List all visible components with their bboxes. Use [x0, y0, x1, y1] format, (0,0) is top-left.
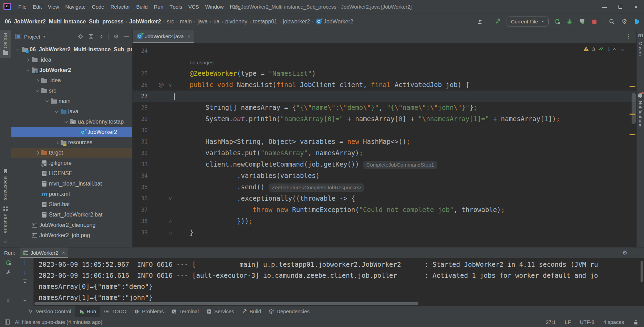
menu-refactor[interactable]: Refactor	[107, 0, 133, 13]
toolwindow-button-terminal[interactable]: Terminal	[168, 306, 203, 317]
tree-right-chevron-icon[interactable]	[53, 141, 60, 144]
indent-size[interactable]: 4 spaces	[603, 319, 624, 325]
tree-down-chevron-icon[interactable]	[53, 111, 60, 112]
fold-gutter-icon[interactable]: ∨	[168, 82, 172, 87]
more-actions-icon[interactable]: »	[7, 295, 10, 306]
tree-item-jobworker2-job-png[interactable]: JobWorker2_job.png	[11, 230, 132, 241]
toolwindow-button-services[interactable]: Services	[202, 306, 238, 317]
toolwindow-button-version-control[interactable]: Version Control	[24, 306, 75, 317]
run-configuration-select[interactable]: Current File	[507, 17, 549, 27]
project-view-dropdown-icon[interactable]	[43, 36, 46, 38]
rerun-button[interactable]	[6, 260, 11, 266]
stripe-button-structure[interactable]: Structure	[0, 203, 11, 236]
up-the-stack-trace-icon[interactable]: ↑	[23, 260, 27, 266]
code-line-29[interactable]: 29 System.out.println("namesArray[0]=" +…	[133, 113, 636, 125]
code-line-34[interactable]: 34 .variables(variables)	[133, 170, 636, 181]
next-problem-icon[interactable]	[621, 47, 624, 51]
ide-gradient-icon[interactable]	[633, 18, 641, 25]
minimize-button[interactable]: —	[596, 0, 612, 13]
build-hammer-icon[interactable]	[494, 18, 502, 25]
stripe-button-bookmarks[interactable]: Bookmarks	[0, 166, 11, 203]
menu-view[interactable]: View	[45, 0, 62, 13]
code-line-39[interactable]: 39⌂ }	[133, 227, 636, 238]
project-settings-gear-icon[interactable]: ⚙	[113, 33, 119, 40]
fold-gutter-icon[interactable]: ⌂	[169, 230, 172, 235]
tree-item-mvn-clean-install-bat[interactable]: mvn_clean_install.bat	[11, 179, 132, 189]
breadcrumb-item[interactable]: CJobWorker2	[316, 19, 353, 25]
run-tab-close-icon[interactable]: ×	[62, 250, 65, 255]
tree-item--idea[interactable]: .idea	[11, 75, 132, 86]
stripe-button-project[interactable]: Project	[0, 30, 11, 58]
tree-down-chevron-icon[interactable]	[44, 101, 50, 102]
tree-item-src[interactable]: src	[11, 86, 132, 96]
code-line-27[interactable]: 27	[133, 91, 636, 102]
editor-tab-jobworker2[interactable]: C JobWorker2.java ×	[133, 30, 194, 43]
fold-gutter-icon[interactable]: ⌂	[169, 219, 172, 224]
breadcrumb-item[interactable]: java	[198, 19, 208, 25]
scroll-to-end-icon[interactable]	[22, 279, 28, 284]
tree-item-jobworker2[interactable]: JobWorker2	[11, 65, 132, 75]
toolwindow-button-todo[interactable]: TODO	[100, 306, 130, 317]
close-button[interactable]: ×	[628, 0, 644, 13]
editor-scrollbar[interactable]	[632, 93, 636, 124]
menu-edit[interactable]: Edit	[30, 0, 45, 13]
code-line-25[interactable]: 25 @ZeebeWorker(type = "NamesList")	[133, 68, 636, 79]
more-actions-icon[interactable]: »	[23, 295, 26, 306]
breadcrumb-item[interactable]: pivdenny	[225, 19, 247, 25]
notifications-bell-icon[interactable]	[638, 93, 643, 97]
code-with-me-icon[interactable]	[477, 18, 484, 25]
debug-button[interactable]	[566, 18, 573, 25]
collapse-all-icon[interactable]	[98, 33, 104, 40]
run-settings-wrench-icon[interactable]	[6, 270, 11, 275]
hide-panel-icon[interactable]: —	[123, 33, 129, 40]
locate-file-icon[interactable]	[77, 33, 84, 40]
console-horizontal-scrollbar[interactable]	[34, 302, 418, 305]
caret-position[interactable]: 27:1	[546, 319, 556, 325]
menu-code[interactable]: Code	[89, 0, 107, 13]
warning-stripe-mark[interactable]	[630, 134, 635, 135]
tree-down-chevron-icon[interactable]	[34, 90, 40, 92]
code-line-30[interactable]: 30	[133, 125, 636, 136]
stop-button[interactable]	[591, 18, 598, 25]
breadcrumb-item[interactable]: main	[180, 19, 192, 25]
toolwindow-button-run[interactable]: Run	[75, 306, 100, 317]
breadcrumb-item[interactable]: ua	[214, 19, 220, 25]
menu-build[interactable]: Build	[133, 0, 150, 13]
code-line-24[interactable]: 24	[133, 45, 636, 56]
code-line-28[interactable]: 28 String[] namesArray = {"{\"name\":\"d…	[133, 102, 636, 113]
stripe-label-notifications[interactable]: Notifications	[638, 101, 643, 127]
status-message[interactable]: All files are up-to-date (4 minutes ago)	[15, 319, 102, 325]
tree-right-chevron-icon[interactable]	[34, 152, 40, 154]
toolwindow-button-dependencies[interactable]: Dependencies	[265, 306, 313, 317]
hide-run-panel-icon[interactable]: —	[633, 250, 638, 256]
expand-all-icon[interactable]	[88, 33, 94, 40]
tree-item-java[interactable]: java	[11, 106, 132, 117]
tree-down-chevron-icon[interactable]	[15, 49, 21, 50]
breadcrumb-item[interactable]: testapp01	[253, 19, 277, 25]
profiler-button[interactable]	[578, 18, 586, 25]
tool-window-layout-icon[interactable]	[5, 319, 10, 325]
code-line-31[interactable]: 31 HashMap<String, Object> variables = n…	[133, 136, 636, 147]
breadcrumb-item[interactable]: src	[167, 19, 174, 25]
tree-item-start-bat[interactable]: Start.bat	[11, 199, 132, 210]
tree-down-chevron-icon[interactable]	[63, 121, 69, 123]
down-the-stack-trace-icon[interactable]: ↓	[23, 270, 27, 275]
tab-close-icon[interactable]: ×	[187, 34, 190, 39]
more-tool-windows-icon[interactable]: »	[4, 236, 7, 247]
tree-item-jobworker2-client-png[interactable]: JobWorker2_client.png	[11, 220, 132, 230]
code-line-36[interactable]: 36∨ .exceptionally((throwable -> {	[133, 193, 636, 204]
fold-gutter-icon[interactable]: ∨	[168, 196, 172, 201]
code-line-33[interactable]: 33 client.newCompleteCommand(job.getKey(…	[133, 159, 636, 170]
inspections-widget[interactable]: 3 ✓✓ 1	[583, 46, 623, 52]
maximize-button[interactable]	[612, 0, 628, 13]
tree-item-license[interactable]: LICENSE	[11, 168, 132, 179]
code-hint-row[interactable]: no usages	[133, 56, 636, 68]
tree-down-chevron-icon[interactable]	[24, 70, 31, 71]
readonly-lock-icon[interactable]	[633, 319, 638, 325]
menu-navigate[interactable]: Navigate	[62, 0, 89, 13]
breadcrumb-item[interactable]: 06_JobWorker2_Multi-instance_Sub_process	[5, 19, 124, 25]
tree-right-chevron-icon[interactable]	[24, 59, 31, 61]
tab-options-icon[interactable]: ⋮	[626, 30, 632, 43]
maven-icon[interactable]: m	[637, 33, 643, 38]
menu-tools[interactable]: Tools	[166, 0, 185, 13]
